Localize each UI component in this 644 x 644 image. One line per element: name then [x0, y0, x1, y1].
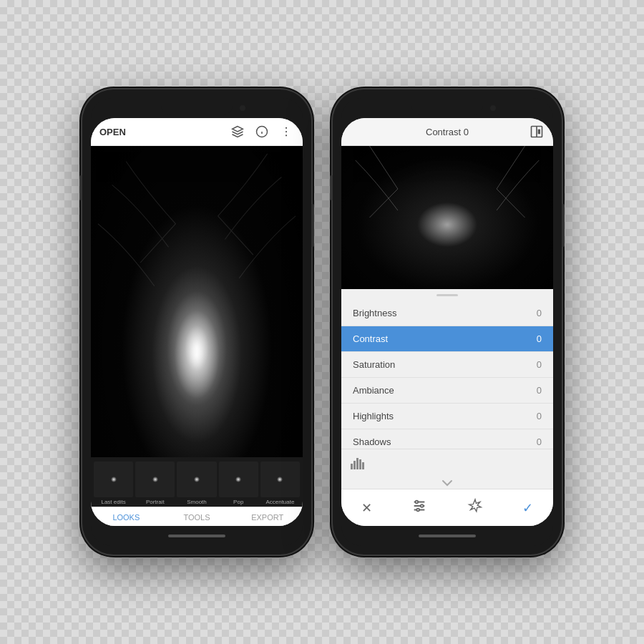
thumb-smooth[interactable]: Smooth: [177, 462, 216, 505]
photo-area-1: [91, 146, 303, 457]
phone-1-screen: OPEN: [91, 118, 303, 526]
saturation-label: Saturation: [353, 359, 537, 370]
svg-marker-0: [233, 127, 243, 132]
svg-point-5: [286, 131, 287, 132]
thumbnail-strip: Last edits Portrait Smooth Pop: [91, 457, 303, 507]
bottom-toolbar-2: ✕ ✓: [341, 489, 553, 526]
thumb-label-pop: Pop: [233, 499, 243, 505]
svg-point-20: [417, 509, 420, 512]
tab-export[interactable]: EXPORT: [232, 513, 303, 522]
thumb-pop[interactable]: Pop: [219, 462, 258, 505]
split-view-icon[interactable]: [529, 124, 545, 140]
info-icon[interactable]: [254, 124, 270, 140]
thumb-img-pop: [219, 462, 258, 497]
highlights-label: Highlights: [353, 411, 537, 421]
phone-2-bottom-bar: [341, 526, 553, 546]
histogram-icon: [350, 455, 366, 472]
adjust-highlights[interactable]: Highlights 0: [341, 404, 553, 429]
thumb-accentuate[interactable]: Accentuate: [260, 462, 300, 505]
svg-point-4: [286, 127, 287, 129]
thumb-img-portrait: [135, 462, 175, 497]
thumb-img-last-edits: [94, 462, 133, 497]
sliders-button[interactable]: [406, 495, 433, 520]
shadows-value: 0: [537, 436, 542, 447]
phone-1-top-bar: [91, 98, 303, 118]
thumb-label-portrait: Portrait: [146, 499, 165, 505]
panel-chevron-down: [341, 477, 553, 489]
thumb-last-edits[interactable]: Last edits: [94, 462, 133, 505]
thumb-label-smooth: Smooth: [187, 499, 207, 505]
layers-icon[interactable]: [230, 124, 245, 140]
brightness-label: Brightness: [353, 308, 537, 318]
home-indicator-1: [168, 535, 225, 537]
app-title-2: Contrast 0: [366, 127, 529, 137]
app-header-1: OPEN: [91, 118, 303, 146]
notch-2: [411, 102, 483, 114]
adjust-list: Brightness 0 Contrast 0 Saturation 0 Amb…: [341, 301, 553, 449]
camera-dot-2: [490, 105, 496, 111]
brightness-value: 0: [537, 308, 542, 318]
phone-2-top-bar: [341, 98, 553, 118]
adjust-ambiance[interactable]: Ambiance 0: [341, 378, 553, 404]
phone-2: Contrast 0: [333, 89, 562, 555]
saturation-value: 0: [537, 359, 542, 370]
svg-rect-14: [362, 462, 364, 469]
contrast-value: 0: [537, 333, 542, 344]
notch-1: [161, 102, 233, 114]
home-indicator-2: [419, 535, 476, 537]
ambiance-value: 0: [537, 385, 542, 396]
tab-tools[interactable]: TOOLS: [162, 513, 233, 522]
svg-rect-13: [359, 459, 361, 469]
phone-1: OPEN: [82, 89, 311, 555]
thumb-label-last-edits: Last edits: [101, 499, 125, 505]
thumb-label-accentuate: Accentuate: [265, 499, 294, 505]
confirm-button[interactable]: ✓: [517, 497, 539, 519]
svg-point-18: [416, 501, 419, 504]
phone-2-screen: Contrast 0: [341, 118, 553, 526]
contrast-label: Contrast: [353, 333, 537, 344]
svg-point-6: [286, 135, 287, 136]
bottom-tabs: LOOKS TOOLS EXPORT: [91, 507, 303, 526]
svg-rect-12: [356, 458, 358, 469]
camera-dot-1: [240, 105, 245, 111]
adjust-shadows[interactable]: Shadows 0: [341, 429, 553, 449]
panel-handle-top: [341, 289, 553, 301]
app-title-1: OPEN: [99, 127, 230, 137]
shadows-label: Shadows: [353, 436, 537, 447]
svg-point-19: [421, 504, 424, 507]
phone-1-bottom-bar: [91, 526, 303, 546]
histogram-area: [341, 449, 553, 477]
more-icon[interactable]: [278, 124, 294, 140]
auto-enhance-button[interactable]: [462, 495, 489, 520]
thumb-portrait[interactable]: Portrait: [135, 462, 175, 505]
highlights-value: 0: [537, 411, 542, 421]
thumb-img-accentuate: [260, 462, 300, 497]
adjust-contrast[interactable]: Contrast 0: [341, 326, 553, 352]
app-header-2: Contrast 0: [341, 118, 553, 146]
tab-looks[interactable]: LOOKS: [91, 513, 162, 522]
adjust-panel: Brightness 0 Contrast 0 Saturation 0 Amb…: [341, 289, 553, 489]
header-icons-1: [230, 124, 294, 140]
svg-rect-9: [538, 130, 540, 135]
photo-area-2: [341, 146, 553, 289]
adjust-brightness[interactable]: Brightness 0: [341, 301, 553, 326]
ambiance-label: Ambiance: [353, 385, 537, 396]
cancel-button[interactable]: ✕: [356, 497, 378, 519]
adjust-saturation[interactable]: Saturation 0: [341, 352, 553, 378]
svg-rect-10: [351, 464, 353, 469]
thumb-img-smooth: [177, 462, 216, 497]
panel-handle-bar: [436, 294, 458, 296]
svg-rect-11: [353, 461, 356, 469]
